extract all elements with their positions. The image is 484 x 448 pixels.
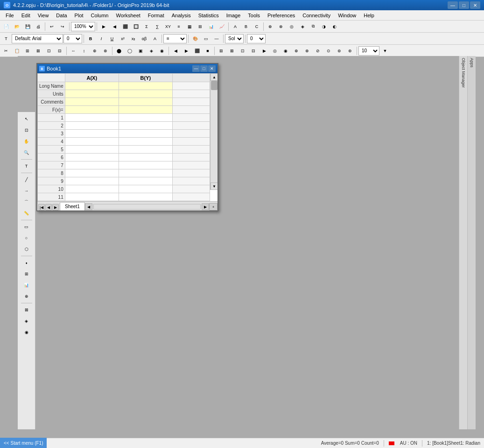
cell-1a[interactable] [65,114,119,122]
undo-btn[interactable]: ↩ [47,21,57,32]
col-header-a[interactable]: A(X) [65,74,119,82]
curve-tool[interactable]: ⌒ [21,197,33,207]
tb-btn3[interactable]: ⬛ [120,21,130,32]
t3-btn2[interactable]: 📋 [12,46,22,56]
t3-btn26[interactable]: ◉ [281,46,291,56]
t3-btn33[interactable]: ▼ [380,46,390,56]
zoom-tool[interactable]: 🔍 [21,147,33,158]
menu-data[interactable]: Data [52,12,70,19]
sheet1-tab[interactable]: Sheet1 [60,202,85,210]
line-btn[interactable]: — [211,34,222,44]
t3-btn18[interactable]: ⬛ [192,46,202,56]
col-header-b[interactable]: B(Y) [119,74,172,82]
circle-tool[interactable]: ○ [21,233,33,243]
t3-btn21[interactable]: ⊠ [227,46,237,56]
superscript-btn[interactable]: x² [118,34,128,44]
menu-edit[interactable]: Edit [18,12,34,19]
fx-a[interactable] [65,106,119,114]
menu-plot[interactable]: Plot [71,12,87,19]
cell-5a[interactable] [65,146,119,154]
scroll-thumb[interactable] [211,81,217,90]
tab-nav-prev[interactable]: ◀ [45,204,52,210]
units-b[interactable] [119,90,172,98]
cell-1b[interactable] [119,114,172,122]
units-a[interactable] [65,90,119,98]
t3-btn15[interactable]: ◉ [157,46,167,56]
cell-3b[interactable] [119,130,172,138]
cell-4a[interactable] [65,138,119,146]
tb-btn17[interactable]: ⊗ [276,21,286,32]
t3-btn25[interactable]: ◎ [270,46,280,56]
menu-analysis[interactable]: Analysis [168,12,195,19]
menu-file[interactable]: File [2,12,18,19]
maximize-button[interactable]: □ [459,1,469,9]
cell-6a[interactable] [65,154,119,161]
hscrollbar[interactable] [93,204,201,210]
object-manager-label[interactable]: Object Manager [460,56,467,90]
font-size-select[interactable]: 0 8 10 12 [63,34,82,43]
t3-btn22[interactable]: ⊡ [238,46,248,56]
tb-btn13[interactable]: A [230,21,240,32]
menu-format[interactable]: Format [144,12,168,19]
tb-btn10[interactable]: ⊞ [195,21,205,32]
print-btn[interactable]: 🖨 [33,21,43,32]
graph-tool[interactable]: 📊 [21,280,33,290]
bg-color-btn[interactable]: 🎨 [190,34,200,44]
t3-btn9[interactable]: ⊕ [90,46,100,56]
t3-btn17[interactable]: ▶ [181,46,191,56]
menu-image[interactable]: Image [223,12,245,19]
t3-btn8[interactable]: ↕ [79,46,89,56]
hscroll-right[interactable]: ▶ [202,203,209,210]
font-color-btn[interactable]: A [150,34,160,44]
alpha-btn[interactable]: αβ [139,34,149,44]
book1-minimize[interactable]: — [192,65,200,72]
cell-8b[interactable] [119,169,172,177]
t3-btn20[interactable]: ⊞ [216,46,226,56]
scale-tool[interactable]: ⬧ [21,258,33,268]
t3-btn31[interactable]: ⊚ [334,46,344,56]
bold-btn[interactable]: B [85,34,96,44]
rect-tool[interactable]: ▭ [21,222,33,232]
tb-btn7[interactable]: XY [163,21,173,32]
align-select[interactable]: ≡ [163,34,187,43]
t3-btn27[interactable]: ⊕ [291,46,302,56]
cell-3a[interactable] [65,130,119,138]
save-btn[interactable]: 💾 [22,21,33,32]
menu-worksheet[interactable]: Worksheet [112,12,144,19]
num-select[interactable]: 10 [358,46,379,56]
tb-btn20[interactable]: ⧉ [308,21,318,32]
tb-btn9[interactable]: ▦ [184,21,195,32]
line-size-select[interactable]: 0 [247,34,266,43]
cell-2b[interactable] [119,122,172,130]
menu-column[interactable]: Column [87,12,112,19]
fx-b[interactable] [119,106,172,114]
cell-4b[interactable] [119,138,172,146]
redo-btn[interactable]: ↪ [57,21,68,32]
menu-help[interactable]: Help [360,12,378,19]
font-family-select[interactable]: Default: Arial Arial Times New Roman [12,34,63,43]
t3-btn23[interactable]: ⊟ [248,46,259,56]
t3-btn29[interactable]: ⊘ [313,46,323,56]
book1-close[interactable]: ✕ [208,65,216,72]
line-style-select[interactable]: Sol [225,34,244,43]
menu-window[interactable]: Window [334,12,360,19]
extra-tool2[interactable]: ◈ [21,316,33,326]
t3-btn19[interactable]: ■ [203,46,213,56]
tb-btn22[interactable]: ◐ [330,21,340,32]
longname-b[interactable] [119,82,172,90]
close-button[interactable]: ✕ [470,1,480,9]
tb-btn1[interactable]: ▶ [98,21,109,32]
comments-b[interactable] [119,98,172,106]
sheet-add-btn[interactable]: + [209,203,217,210]
tb-btn21[interactable]: ◑ [319,21,329,32]
comments-a[interactable] [65,98,119,106]
t3-btn32[interactable]: ⊛ [345,46,355,56]
cell-6b[interactable] [119,154,172,161]
poly-tool[interactable]: ⬡ [21,244,33,254]
scroll-up-btn[interactable]: ▲ [210,73,217,81]
pan-tool[interactable]: ✋ [21,136,33,147]
cell-5b[interactable] [119,146,172,154]
tab-nav-first[interactable]: |◀ [38,204,45,210]
t3-btn6[interactable]: ⊟ [55,46,65,56]
tb-btn6[interactable]: ∑ [152,21,162,32]
